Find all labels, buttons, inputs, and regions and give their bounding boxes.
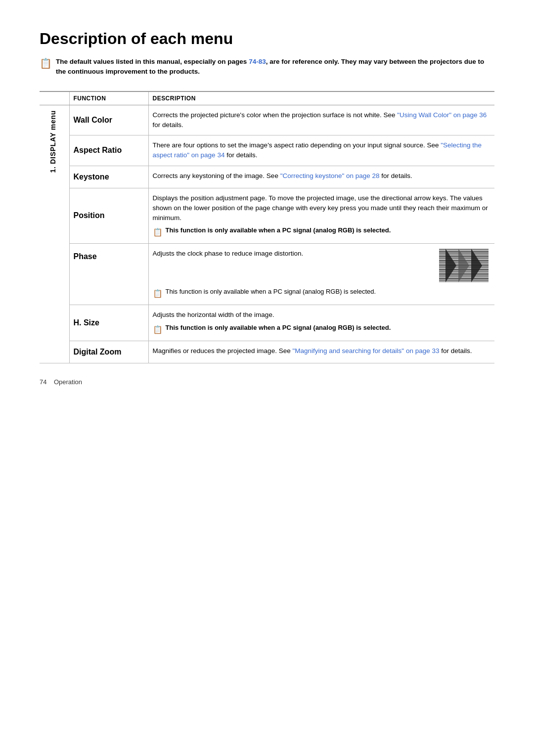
position-note-icon: 📋 [153, 226, 163, 238]
aspect-ratio-description: There are four options to set the image'… [148, 135, 494, 166]
table-row: Digital Zoom Magnifies or reduces the pr… [40, 341, 494, 363]
page-label: Operation [54, 378, 82, 386]
phase-note-icon: 📋 [153, 288, 163, 300]
description-table: Function Description 1. DISPLAY menu Wal… [40, 91, 494, 363]
phase-note-text: This function is only available when a P… [166, 287, 376, 297]
note-text: The default values listed in this manual… [56, 57, 494, 77]
phase-image [439, 249, 489, 282]
table-row: H. Size Adjusts the horizontal width of … [40, 305, 494, 341]
chevron-2 [458, 249, 469, 282]
position-function: Position [69, 188, 148, 244]
keystone-description: Corrects any keystoning of the image. Se… [148, 166, 494, 188]
chevron-3 [471, 249, 482, 282]
wall-color-link[interactable]: "Using Wall Color" on page 36 [397, 111, 487, 119]
description-col-header: Description [148, 91, 494, 105]
table-row: 1. DISPLAY menu Wall Color Corrects the … [40, 105, 494, 135]
table-row: Keystone Corrects any keystoning of the … [40, 166, 494, 188]
hsize-note: 📋 This function is only available when a… [153, 323, 489, 336]
phase-note: 📋 This function is only available when a… [153, 287, 489, 300]
note-bold-text: The default values listed in this manual… [56, 58, 484, 75]
digital-zoom-link[interactable]: "Magnifying and searching for details" o… [292, 347, 439, 355]
digital-zoom-function: Digital Zoom [69, 341, 148, 363]
phase-function: Phase [69, 244, 148, 305]
hsize-note-icon: 📋 [153, 324, 163, 336]
sidebar-col-header [40, 91, 69, 105]
position-note-text: This function is only available when a P… [166, 226, 391, 235]
keystone-link[interactable]: "Correcting keystone" on page 28 [280, 172, 380, 179]
digital-zoom-description: Magnifies or reduces the projected image… [148, 341, 494, 363]
wall-color-description: Corrects the projected picture's color w… [148, 105, 494, 135]
table-row: Phase Adjusts the clock phase to reduce … [40, 244, 494, 305]
pages-link[interactable]: 74-83 [249, 58, 266, 65]
sidebar-label-cell: 1. DISPLAY menu [40, 105, 69, 363]
phase-text: Adjusts the clock phase to reduce image … [153, 250, 304, 257]
page-note: 📋 The default values listed in this manu… [40, 57, 494, 77]
position-note: 📋 This function is only available when a… [153, 226, 489, 238]
page-title: Description of each menu [40, 30, 494, 48]
page-number: 74 [40, 378, 46, 386]
table-row: Position Displays the position adjustmen… [40, 188, 494, 244]
sidebar-label: 1. DISPLAY menu [48, 110, 58, 173]
table-row: Aspect Ratio There are four options to s… [40, 135, 494, 166]
function-col-header: Function [69, 91, 148, 105]
note-icon: 📋 [40, 57, 52, 69]
phase-description: Adjusts the clock phase to reduce image … [148, 244, 494, 305]
position-description: Displays the position adjustment page. T… [148, 188, 494, 244]
aspect-ratio-function: Aspect Ratio [69, 135, 148, 166]
wall-color-function: Wall Color [69, 105, 148, 135]
chevron-1 [445, 249, 456, 282]
hsize-function: H. Size [69, 305, 148, 341]
hsize-description: Adjusts the horizontal width of the imag… [148, 305, 494, 341]
aspect-ratio-link[interactable]: "Selecting the aspect ratio" on page 34 [153, 141, 482, 159]
hsize-note-text: This function is only available when a P… [166, 323, 391, 333]
keystone-function: Keystone [69, 166, 148, 188]
footer: 74 Operation [40, 378, 494, 386]
